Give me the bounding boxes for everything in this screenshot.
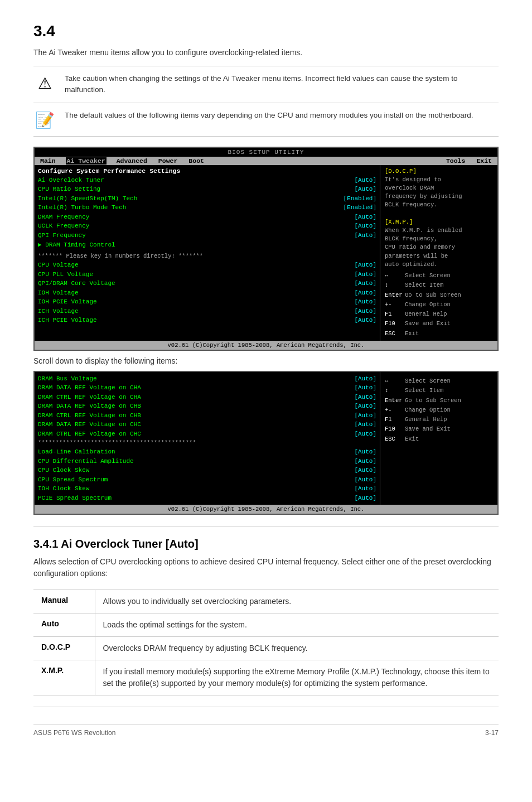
bios1-right-line: frequency by adjusting <box>385 192 493 201</box>
note-notice: 📝 The default values of the following it… <box>33 103 499 137</box>
option-row: D.O.C.POverclocks DRAM frequency by adju… <box>33 637 499 660</box>
key-icon: ESC <box>385 434 405 443</box>
page-footer: ASUS P6T6 WS Revolution 3-17 <box>33 724 499 737</box>
key-label: Exit <box>405 434 419 443</box>
bios1-voltage-row: ICH PCIE Voltage[Auto] <box>38 316 376 325</box>
key-label: Save and Exit <box>405 319 451 328</box>
bios-screenshot-2: DRAM Bus Voltage[Auto]DRAM DATA REF Volt… <box>33 371 499 515</box>
key-icon: F10 <box>385 319 405 328</box>
key-icon: +- <box>385 405 405 414</box>
menu-power[interactable]: Power <box>157 157 179 165</box>
bios2-extra-row: Load-Line Calibration[Auto] <box>38 447 376 457</box>
bios2-extra-row: CPU Differential Amplitude[Auto] <box>38 457 376 466</box>
bios2-row: DRAM DATA REF Voltage on CHC[Auto] <box>38 420 376 429</box>
key-label: General Help <box>405 415 447 424</box>
key-icon: F1 <box>385 415 405 424</box>
bios1-right-line: BCLK frequency. <box>385 201 493 209</box>
bios1-key-row: ESCExit <box>385 329 493 338</box>
key-label: Exit <box>405 329 419 338</box>
bios1-voltage-row: IOH PCIE Voltage[Auto] <box>38 297 376 307</box>
option-desc: Overclocks DRAM frequency by adjusting B… <box>95 637 499 660</box>
bios-menu-bar: Main Ai Tweaker Advanced Power Boot Tool… <box>35 157 497 165</box>
footer-left: ASUS P6T6 WS Revolution <box>33 729 115 737</box>
bios2-key-row: ↔Select Screen <box>385 376 493 385</box>
warning-text: Take caution when changing the settings … <box>65 73 499 96</box>
bios2-key-row: ↕Select Item <box>385 386 493 395</box>
key-label: Select Item <box>405 281 443 289</box>
bios2-row: DRAM CTRL REF Voltage on CHC[Auto] <box>38 429 376 439</box>
warning-notice: ⚠ Take caution when changing the setting… <box>33 66 499 103</box>
bios-right-text-1: [D.O.C.P]It's designed tooverclock DRAMf… <box>385 167 493 269</box>
option-row: X.M.P.If you install memory module(s) su… <box>33 660 499 695</box>
menu-main[interactable]: Main <box>39 157 57 165</box>
bios2-key-row: EnterGo to Sub Screen <box>385 396 493 405</box>
bios1-voltage-row: IOH Voltage[Auto] <box>38 288 376 298</box>
bios2-extra-row: CPU Spread Spectrum[Auto] <box>38 475 376 485</box>
bios2-row: DRAM DATA REF Voltage on CHA[Auto] <box>38 383 376 393</box>
warning-icon: ⚠ <box>33 74 56 93</box>
key-label: Select Screen <box>405 271 451 280</box>
key-icon: Enter <box>385 396 405 405</box>
key-icon: ↔ <box>385 376 405 385</box>
key-label: Go to Sub Screen <box>405 291 461 299</box>
bios-rows-1: Ai Overclock Tuner[Auto]CPU Ratio Settin… <box>38 176 376 240</box>
bios-footer-2: v02.61 (C)Copyright 1985-2008, American … <box>35 505 497 514</box>
bios1-right-line: BLCK frequency, <box>385 235 493 243</box>
option-desc: Loads the optimal settings for the syste… <box>95 613 499 637</box>
key-icon: ↔ <box>385 271 405 280</box>
option-desc: Allows you to individually set overclock… <box>95 590 499 613</box>
subsection-title: 3.4.1 Ai Overclock Tuner [Auto] <box>33 538 499 550</box>
key-label: General Help <box>405 310 447 318</box>
menu-exit[interactable]: Exit <box>475 157 493 165</box>
bios-keys-2: ↔Select Screen↕Select ItemEnterGo to Sub… <box>385 376 493 443</box>
bios2-row: DRAM DATA REF Voltage on CHB[Auto] <box>38 402 376 411</box>
section-title: 3.4 <box>33 22 499 40</box>
bios1-right-line: When X.M.P. is enabled <box>385 226 493 235</box>
subsection-intro: Allows selection of CPU overclocking opt… <box>33 556 499 579</box>
bios1-row: CPU Ratio Setting[Auto] <box>38 185 376 194</box>
bios2-row: DRAM Bus Voltage[Auto] <box>38 374 376 384</box>
bios2-extra-row: IOH Clock Skew[Auto] <box>38 484 376 494</box>
option-row: ManualAllows you to individually set ove… <box>33 590 499 613</box>
bios1-right-line: It's designed to <box>385 176 493 184</box>
key-icon: F10 <box>385 424 405 433</box>
bios2-row: DRAM CTRL REF Voltage on CHB[Auto] <box>38 411 376 421</box>
bios2-separator: ****************************************… <box>38 439 376 446</box>
footer-right: 3-17 <box>485 729 499 737</box>
bios1-row: DRAM Frequency[Auto] <box>38 212 376 222</box>
key-icon: Enter <box>385 291 405 299</box>
section-divider-1 <box>33 526 499 526</box>
bios-header: BIOS SETUP UTILITY <box>35 148 497 157</box>
note-text: The default values of the following item… <box>65 110 473 121</box>
bios2-key-row: F1General Help <box>385 415 493 424</box>
bios-body-2: DRAM Bus Voltage[Auto]DRAM DATA REF Volt… <box>35 372 497 505</box>
option-key: Manual <box>33 590 95 613</box>
menu-tools[interactable]: Tools <box>445 157 467 165</box>
key-icon: ESC <box>385 329 405 338</box>
intro-text: The Ai Tweaker menu items allow you to c… <box>33 48 499 57</box>
option-key: Auto <box>33 613 95 637</box>
bios1-key-row: ↔Select Screen <box>385 271 493 280</box>
bios1-right-line: overclock DRAM <box>385 184 493 192</box>
bios1-key-row: F10Save and Exit <box>385 319 493 328</box>
bios2-extra-row: CPU Clock Skew[Auto] <box>38 466 376 475</box>
bios2-extra-row: PCIE Spread Spectrum[Auto] <box>38 494 376 503</box>
key-icon: +- <box>385 300 405 309</box>
menu-advanced[interactable]: Advanced <box>115 157 148 165</box>
bios-right-panel-1: [D.O.C.P]It's designed tooverclock DRAMf… <box>380 165 497 341</box>
bios-submenu: ▶ DRAM Timing Control <box>38 241 376 248</box>
key-icon: ↕ <box>385 281 405 289</box>
key-label: Select Item <box>405 386 443 395</box>
options-table-body: ManualAllows you to individually set ove… <box>33 590 499 695</box>
bios1-voltage-row: CPU PLL Voltage[Auto] <box>38 270 376 279</box>
bios-voltage-rows: CPU Voltage[Auto]CPU PLL Voltage[Auto]QP… <box>38 260 376 325</box>
bios1-right-line <box>385 210 493 218</box>
bios2-key-row: F10Save and Exit <box>385 424 493 433</box>
scroll-text: Scroll down to display the following ite… <box>33 356 499 365</box>
menu-boot[interactable]: Boot <box>187 157 205 165</box>
key-label: Change Option <box>405 300 451 309</box>
menu-ai-tweaker[interactable]: Ai Tweaker <box>66 157 107 165</box>
bios1-key-row: F1General Help <box>385 310 493 318</box>
option-desc: If you install memory module(s) supporti… <box>95 660 499 695</box>
bios-footer-1: v02.61 (C)Copyright 1985-2008, American … <box>35 341 497 350</box>
